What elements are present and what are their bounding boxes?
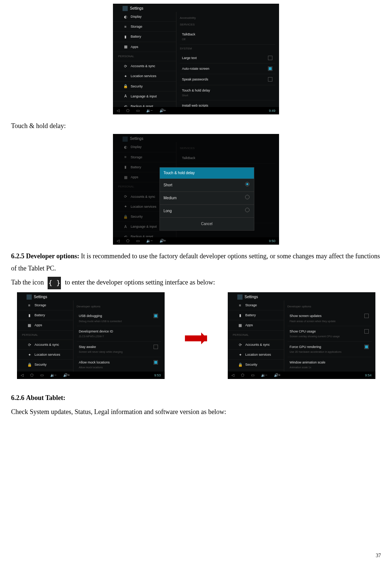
- arrow-icon: [185, 335, 207, 341]
- settings-sidebar: ◐Display≡Storage▮Battery▦AppsPERSONAL⟳Ac…: [113, 12, 176, 107]
- sidebar-item[interactable]: ▦Apps: [17, 320, 73, 330]
- screenshot-accessibility-settings: Settings ◐Display≡Storage▮Battery▦AppsPE…: [113, 4, 279, 114]
- back-icon[interactable]: ◁: [117, 238, 120, 244]
- recent-icon[interactable]: ▭: [136, 238, 140, 244]
- section-6.2.5: 6.2.5 Developer options: It is recommend…: [11, 250, 381, 274]
- row-touch-hold-delay[interactable]: Touch & hold delayShort: [180, 85, 275, 101]
- sidebar-item[interactable]: 🔒Security: [228, 360, 284, 370]
- sidebar-item[interactable]: 🔒Security: [17, 360, 73, 370]
- cancel-button[interactable]: Cancel: [160, 217, 254, 230]
- setting-row[interactable]: Allow mock locationsAllow mock locations: [77, 357, 161, 373]
- sidebar-item[interactable]: ⟳Accounts & sync: [228, 340, 284, 350]
- sidebar-item[interactable]: ▮Battery: [17, 310, 73, 320]
- developer-options-icon: { }: [48, 277, 61, 289]
- sidebar-item[interactable]: 🔒Security: [113, 82, 176, 92]
- sidebar-item[interactable]: ✦Location services: [113, 71, 176, 81]
- voldown-icon[interactable]: 🔉−: [146, 238, 153, 244]
- dialog-title: Touch & hold delay: [160, 168, 254, 179]
- sidebar-item[interactable]: ▮Battery: [113, 32, 176, 42]
- sidebar-item[interactable]: ⟳Accounts & sync: [113, 61, 176, 71]
- setting-row[interactable]: Window animation scaleAnimation scale 1x: [288, 357, 372, 373]
- sidebar-item[interactable]: ✦Location services: [17, 350, 73, 360]
- sidebar-item[interactable]: ≡Storage: [228, 300, 284, 310]
- row-talkback[interactable]: TalkBackOff: [180, 29, 275, 45]
- touch-hold-delay-dialog: Touch & hold delay Short Medium Long Can…: [159, 167, 254, 231]
- sidebar-item[interactable]: ◐Display: [113, 12, 176, 22]
- setting-row[interactable]: USB debuggingDebug mode when USB is conn…: [77, 311, 161, 326]
- text-touch-hold-delay: Touch & hold delay:: [11, 120, 381, 132]
- volup-icon[interactable]: 🔊+: [159, 107, 166, 114]
- tab-icon-instruction: Tab the icon { } to enter the developer …: [11, 276, 381, 289]
- system-header: SYSTEM: [180, 46, 275, 51]
- option-long[interactable]: Long: [160, 204, 254, 217]
- setting-row[interactable]: Development device IDZLCS-NPW5-L2SW-T: [77, 326, 161, 342]
- section-6.2.6-text: Check System updates, Status, Legal info…: [11, 406, 381, 418]
- sidebar-item: PERSONAL: [228, 331, 284, 340]
- row-auto-rotate[interactable]: Auto-rotate screen: [180, 63, 275, 74]
- status-time: 9:50: [269, 238, 275, 244]
- setting-row[interactable]: Stay awakeScreen will never sleep while …: [77, 342, 161, 357]
- setting-row[interactable]: Force GPU renderingUse 2D hardware accel…: [288, 342, 372, 357]
- status-time: 9:49: [269, 108, 275, 114]
- screenshot-touch-hold-dialog: Settings ◐Display≡Storage▮Battery▦AppsPE…: [113, 134, 279, 245]
- section-6.2.6-head: 6.2.6 About Tablet:: [11, 392, 381, 404]
- sidebar-item: PERSONAL: [113, 52, 176, 61]
- page-number: 37: [376, 551, 381, 560]
- sidebar-item[interactable]: ✦Location services: [228, 350, 284, 360]
- row-top: Accessibility: [180, 15, 275, 21]
- navigation-bar: ◁ ⬠ ▭ 🔉− 🔊+ 9:49: [113, 107, 279, 114]
- setting-row[interactable]: Show screen updatesFlash areas of screen…: [288, 311, 372, 326]
- volup-icon[interactable]: 🔊+: [159, 238, 166, 244]
- window-title: Settings: [123, 5, 143, 12]
- sidebar-item[interactable]: ALanguage & input: [113, 92, 176, 101]
- back-icon[interactable]: ◁: [117, 107, 120, 114]
- row-large-text[interactable]: Large text: [180, 53, 275, 63]
- sidebar-item[interactable]: ⟳Accounts & sync: [17, 340, 73, 350]
- row-speak-passwords[interactable]: Speak passwords: [180, 74, 275, 85]
- home-icon[interactable]: ⬠: [126, 107, 130, 114]
- home-icon[interactable]: ⬠: [126, 238, 130, 244]
- voldown-icon[interactable]: 🔉−: [146, 107, 153, 114]
- option-medium[interactable]: Medium: [160, 192, 254, 204]
- sidebar-item: PERSONAL: [17, 331, 73, 340]
- screenshot-developer-options-2: Settings ≡Storage▮Battery▦AppsPERSONAL⟳A…: [228, 292, 375, 379]
- screenshot-developer-options-1: Settings ≡Storage▮Battery▦AppsPERSONAL⟳A…: [17, 292, 165, 379]
- accessibility-pane: Accessibility SERVICES TalkBackOff SYSTE…: [176, 12, 279, 107]
- option-short[interactable]: Short: [160, 179, 254, 192]
- sidebar-item[interactable]: ≡Storage: [17, 300, 73, 310]
- services-header: SERVICES: [180, 22, 275, 27]
- recent-icon[interactable]: ▭: [136, 107, 140, 114]
- setting-row[interactable]: Show CPU usageScreen overlay showing cur…: [288, 326, 372, 342]
- sidebar-item[interactable]: ▮Battery: [228, 310, 284, 320]
- sidebar-item[interactable]: ▦Apps: [228, 320, 284, 330]
- sidebar-item[interactable]: ▦Apps: [113, 42, 176, 52]
- sidebar-item[interactable]: ≡Storage: [113, 22, 176, 32]
